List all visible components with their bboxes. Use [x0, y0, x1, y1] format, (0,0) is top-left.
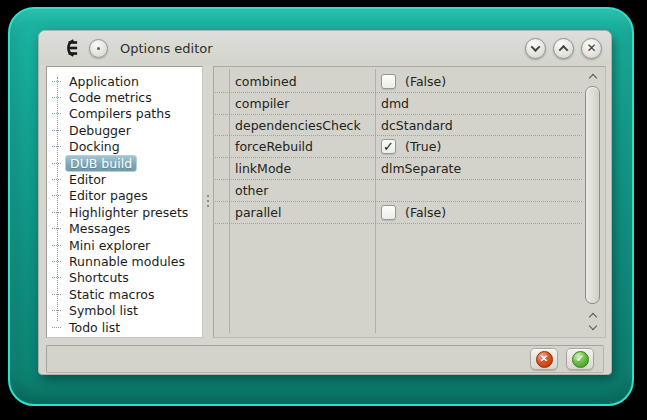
sidebar-item[interactable]: Highlighter presets — [47, 204, 202, 220]
property-name: parallel — [235, 202, 282, 223]
property-value[interactable]: (False) — [381, 71, 446, 92]
scrollbar-thumb[interactable] — [585, 86, 600, 304]
sidebar-item-label: Highlighter presets — [65, 205, 192, 220]
sidebar-item-label: Static macros — [65, 287, 158, 302]
titlebar[interactable]: Options editor ✕ — [39, 31, 611, 65]
shade-button[interactable] — [525, 38, 546, 59]
sidebar-item-label: Debugger — [65, 123, 135, 138]
property-row[interactable]: compiler dmd — [215, 93, 582, 115]
chevron-down-icon — [588, 322, 596, 330]
property-value-text: (True) — [405, 139, 441, 154]
window-controls: ✕ — [525, 38, 602, 59]
checkbox[interactable] — [381, 74, 396, 89]
sidebar-item-label: Mini explorer — [65, 238, 154, 253]
sidebar-item[interactable]: Messages — [47, 221, 202, 237]
cancel-x-icon: ✕ — [536, 351, 553, 368]
splitter[interactable] — [204, 66, 212, 338]
property-value[interactable]: dmd — [381, 93, 409, 114]
sidebar-item[interactable]: Editor — [47, 171, 202, 187]
coedit-logo-icon — [58, 38, 80, 58]
sidebar-item-label: Messages — [65, 221, 134, 236]
property-name: combined — [235, 71, 297, 92]
sidebar-item-label: Symbol list — [65, 303, 142, 318]
scroll-down-button[interactable] — [584, 321, 601, 334]
property-value[interactable]: dcStandard — [381, 115, 453, 136]
tree-branch-icon — [52, 179, 61, 180]
sidebar-item[interactable]: Docking — [47, 139, 202, 155]
sidebar-item[interactable]: Static macros — [47, 286, 202, 302]
tree-branch-icon — [52, 327, 61, 328]
property-name: dependenciesCheck — [235, 115, 361, 136]
sidebar-item[interactable]: Runnable modules — [47, 253, 202, 269]
sidebar-item[interactable]: Symbol list — [47, 302, 202, 318]
sidebar-item[interactable]: Todo list — [47, 319, 202, 335]
sidebar-item[interactable]: Shortcuts — [47, 270, 202, 286]
sidebar-item[interactable]: DUB build — [47, 155, 202, 171]
tree-branch-icon — [52, 81, 61, 82]
maximize-button[interactable] — [553, 38, 574, 59]
property-row[interactable]: parallel (False) — [215, 202, 582, 224]
tree-branch-icon — [52, 146, 61, 147]
tree-branch-icon — [52, 277, 61, 278]
property-grid: combined (False) compiler dmd dependenci… — [213, 66, 606, 338]
tree-branch-icon — [52, 97, 61, 98]
cancel-button[interactable]: ✕ — [530, 348, 558, 370]
splitter-grip-icon — [207, 195, 209, 209]
window-menu-button[interactable] — [89, 39, 108, 58]
category-items: Application Code metrics Compilers paths… — [47, 67, 202, 335]
property-row[interactable]: linkMode dlmSeparate — [215, 158, 582, 180]
property-value-text: (False) — [405, 74, 446, 89]
sidebar-item-label: Docking — [65, 139, 124, 154]
vertical-scrollbar[interactable] — [584, 70, 601, 334]
sidebar-item-label: Code metrics — [65, 90, 156, 105]
sidebar-item-label: Application — [65, 74, 143, 89]
sidebar-item[interactable]: Code metrics — [47, 89, 202, 105]
property-value-text: dcStandard — [381, 118, 453, 133]
chevron-up-icon — [588, 313, 596, 321]
checkbox[interactable]: ✓ — [381, 139, 396, 154]
sidebar-item-label: Runnable modules — [65, 254, 189, 269]
tree-branch-icon — [52, 163, 61, 164]
property-value-text: (False) — [405, 205, 446, 220]
tree-branch-icon — [52, 228, 61, 229]
category-list: Application Code metrics Compilers paths… — [46, 66, 203, 338]
tree-branch-icon — [52, 310, 61, 311]
close-icon: ✕ — [586, 41, 596, 55]
property-name: other — [235, 180, 268, 201]
property-rows: combined (False) compiler dmd dependenci… — [215, 71, 582, 224]
property-value-text: dmd — [381, 96, 409, 111]
scroll-up-button[interactable] — [584, 70, 601, 83]
sidebar-item[interactable]: Editor pages — [47, 188, 202, 204]
sidebar-item[interactable]: Compilers paths — [47, 106, 202, 122]
tree-branch-icon — [52, 113, 61, 114]
tree-branch-icon — [52, 212, 61, 213]
window-title: Options editor — [120, 41, 213, 56]
accept-button[interactable]: ✓ — [566, 348, 594, 370]
property-name: compiler — [235, 93, 289, 114]
sidebar-item-label: DUB build — [65, 155, 137, 172]
sidebar-item[interactable]: Mini explorer — [47, 237, 202, 253]
chevron-down-icon — [531, 42, 541, 52]
sidebar-item-label: Shortcuts — [65, 270, 133, 285]
property-name: forceRebuild — [235, 136, 313, 157]
checkbox[interactable] — [381, 205, 396, 220]
close-button[interactable]: ✕ — [581, 38, 602, 59]
chevron-up-icon — [588, 74, 596, 82]
property-row[interactable]: combined (False) — [215, 71, 582, 93]
property-row[interactable]: other — [215, 180, 582, 202]
sidebar-item[interactable]: Application — [47, 73, 202, 89]
options-editor-window: Options editor ✕ Application Code metric… — [38, 30, 612, 375]
property-row[interactable]: dependenciesCheck dcStandard — [215, 115, 582, 137]
tree-branch-icon — [52, 245, 61, 246]
footer-bar: ✕ ✓ — [46, 345, 604, 373]
sidebar-item[interactable]: Debugger — [47, 122, 202, 138]
property-row[interactable]: forceRebuild ✓(True) — [215, 136, 582, 158]
tree-branch-icon — [52, 261, 61, 262]
property-value[interactable]: (False) — [381, 202, 446, 223]
property-value[interactable]: dlmSeparate — [381, 158, 461, 179]
tree-branch-icon — [52, 130, 61, 131]
property-value[interactable]: ✓(True) — [381, 136, 441, 157]
chevron-up-icon — [559, 44, 569, 54]
property-value-text: dlmSeparate — [381, 161, 461, 176]
property-name: linkMode — [235, 158, 291, 179]
